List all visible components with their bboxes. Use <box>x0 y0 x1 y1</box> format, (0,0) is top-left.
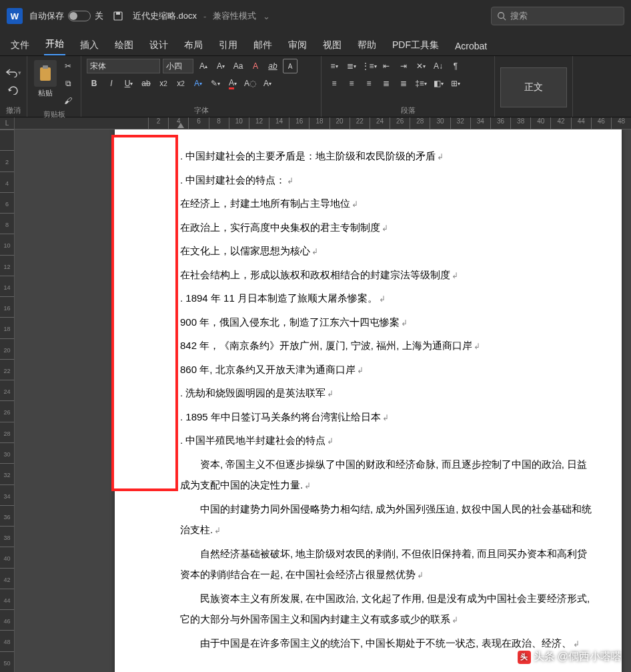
enclose-char-icon[interactable]: A <box>283 59 297 73</box>
ruler-tick: 8 <box>0 213 14 234</box>
font-color-icon[interactable]: A▾ <box>225 76 240 91</box>
borders-icon[interactable]: ⊞▾ <box>448 76 463 91</box>
autosave-toggle[interactable]: 自动保存 关 <box>29 10 103 22</box>
save-icon[interactable] <box>110 9 126 23</box>
tab-mailings[interactable]: 邮件 <box>252 35 273 55</box>
cut-icon[interactable]: ✂ <box>61 59 75 73</box>
decrease-indent-icon[interactable]: ⇤ <box>379 59 394 73</box>
chevron-down-icon[interactable]: ⌄ <box>263 11 270 21</box>
paste-label: 粘贴 <box>38 88 53 98</box>
underline-icon[interactable]: U▾ <box>121 76 136 91</box>
tab-layout[interactable]: 布局 <box>183 35 204 55</box>
sort-icon[interactable]: A↓ <box>431 59 446 73</box>
autosave-state: 关 <box>95 10 103 22</box>
phonetic-guide-icon[interactable]: A <box>248 59 263 73</box>
style-normal[interactable]: 正文 <box>500 67 567 107</box>
document-paragraph: 自然经济基础被破坏, 地主阶级对农民的剥削, 不但依旧保持着, 而且同买办资本和… <box>180 543 595 585</box>
ruler-tick: 44 <box>571 117 591 129</box>
ruler-tick: 18 <box>309 117 329 129</box>
document-paragraph: 中国的封建势力同外国侵略势力相勾结, 成为外国列强压迫, 奴役中国人民的社会基础… <box>180 498 595 541</box>
increase-indent-icon[interactable]: ⇥ <box>396 59 411 73</box>
ruler-tick: 30 <box>430 117 450 129</box>
tab-review[interactable]: 审阅 <box>287 35 308 55</box>
document-paragraph: 民族资本主义有所发展, 在中国政治, 文化起了作用, 但是没有成为中国社会主要经… <box>180 588 595 630</box>
ruler-tick: 28 <box>0 422 14 442</box>
italic-icon[interactable]: I <box>104 76 119 91</box>
ruler-tick: 6 <box>0 192 14 213</box>
show-marks-icon[interactable]: ¶ <box>448 59 463 73</box>
justify-icon[interactable]: ≣ <box>379 76 394 91</box>
tab-home[interactable]: 开始 <box>44 34 65 55</box>
compatibility-mode: 兼容性模式 <box>213 10 256 22</box>
subscript-icon[interactable]: x2 <box>156 76 171 91</box>
undo-icon[interactable]: ▾ <box>5 65 21 80</box>
tab-design[interactable]: 设计 <box>148 35 169 55</box>
ruler-tick: 18 <box>0 317 14 338</box>
asian-layout-icon[interactable]: ✕▾ <box>414 59 428 73</box>
indent-marker-icon[interactable] <box>177 123 184 128</box>
redo-icon[interactable] <box>5 83 21 97</box>
font-name-select[interactable] <box>87 59 160 73</box>
document-paragraph: 资本, 帝国主义不但逐步操纵了中国的财政和经济命脉, 而且逐步控制了中国的政治,… <box>180 454 595 496</box>
copy-icon[interactable]: ⧉ <box>61 76 75 91</box>
line-spacing-icon[interactable]: ‡≡▾ <box>414 76 428 91</box>
ruler-tick: 20 <box>330 117 350 129</box>
ruler-tick: 22 <box>350 117 370 129</box>
search-input[interactable]: 搜索 <box>491 7 624 25</box>
horizontal-ruler[interactable]: 2468101214161820222426283032343638404244… <box>15 117 631 129</box>
ruler-tick: 2 <box>0 150 14 171</box>
bold-icon[interactable]: B <box>87 76 101 91</box>
vertical-ruler[interactable]: 2468101214161820222426283032343638404244… <box>0 129 15 672</box>
search-placeholder: 搜索 <box>510 10 528 22</box>
grow-font-icon[interactable]: A▴ <box>196 59 211 73</box>
distributed-icon[interactable]: ≣ <box>396 76 411 91</box>
tab-pdf[interactable]: PDF工具集 <box>391 35 440 55</box>
ruler-tick: 42 <box>0 568 14 589</box>
bullets-icon[interactable]: ≡▾ <box>327 59 342 73</box>
strikethrough-icon[interactable]: ab <box>139 76 153 91</box>
tab-help[interactable]: 帮助 <box>356 35 378 55</box>
superscript-icon[interactable]: x2 <box>173 76 188 91</box>
ribbon-tabs: 文件 开始 插入 绘图 设计 布局 引用 邮件 审阅 视图 帮助 PDF工具集 … <box>0 32 631 56</box>
ruler-tick: 36 <box>490 117 510 129</box>
ruler-tick: 26 <box>390 117 410 129</box>
format-painter-icon[interactable]: 🖌 <box>61 93 75 108</box>
multilevel-list-icon[interactable]: ⋮≡▾ <box>362 59 376 73</box>
document-area[interactable]: . 中国封建社会的主要矛盾是：地主阶级和农民阶级的矛盾. 中国封建社会的特点：在… <box>15 129 631 672</box>
highlight-icon[interactable]: ✎▾ <box>208 76 223 91</box>
watermark-text: @偶西小嗒嗒 <box>558 650 622 664</box>
ruler-tick: 16 <box>0 296 14 317</box>
tab-view[interactable]: 视图 <box>322 35 343 55</box>
document-line: 在社会结构上，形成以族权和政权相结合的封建宗法等级制度 <box>180 264 595 286</box>
document-line: 在经济上，封建土地所有制占主导地位 <box>180 193 595 214</box>
document-title: 近代史缩略.docx <box>133 10 197 22</box>
shrink-font-icon[interactable]: A▾ <box>213 59 228 73</box>
align-right-icon[interactable]: ≡ <box>362 76 376 91</box>
text-effects-icon[interactable]: A▾ <box>191 76 205 91</box>
toggle-pill[interactable] <box>68 11 91 21</box>
align-center-icon[interactable]: ≡ <box>344 76 359 91</box>
document-line: 在政治上，实行高度中央集权的君主专制制度 <box>180 217 595 238</box>
watermark-prefix: 头条 <box>534 650 555 664</box>
ruler-tick: 42 <box>550 117 570 129</box>
align-left-icon[interactable]: ≡ <box>327 76 342 91</box>
tab-insert[interactable]: 插入 <box>79 35 100 55</box>
tab-draw[interactable]: 绘图 <box>113 35 135 55</box>
font-group: A▴ A▾ Aa A ab A B I U▾ ab x2 x2 A▾ ✎▾ A▾… <box>81 56 322 117</box>
tab-acrobat[interactable]: Acrobat <box>454 37 488 55</box>
numbering-icon[interactable]: ≣▾ <box>344 59 359 73</box>
autosave-label: 自动保存 <box>29 10 64 22</box>
character-border-icon[interactable]: A▾ <box>260 76 275 91</box>
ruler-tick: 30 <box>0 442 14 463</box>
change-case-icon[interactable]: Aa <box>231 59 245 73</box>
paste-button[interactable]: 粘贴 <box>33 59 58 99</box>
ruler-tick: 4 <box>0 172 14 192</box>
word-app-icon: W <box>7 8 23 24</box>
tab-references[interactable]: 引用 <box>217 35 239 55</box>
tab-file[interactable]: 文件 <box>9 35 31 55</box>
character-shading-icon[interactable]: A◌ <box>243 76 257 91</box>
shading-icon[interactable]: ◧▾ <box>431 76 446 91</box>
clear-format-icon[interactable]: ab <box>265 59 280 73</box>
ruler-tick: 14 <box>0 276 14 296</box>
font-size-select[interactable] <box>163 59 193 73</box>
